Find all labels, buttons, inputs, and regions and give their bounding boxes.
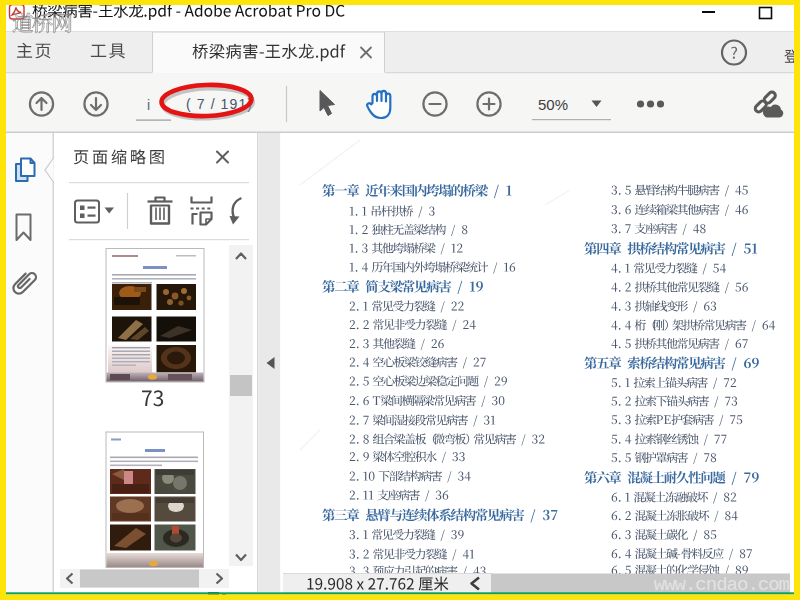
- svg-text:i: i: [147, 97, 150, 113]
- svg-text:50%: 50%: [538, 96, 568, 113]
- svg-text:www.cndao.com: www.cndao.com: [654, 574, 790, 596]
